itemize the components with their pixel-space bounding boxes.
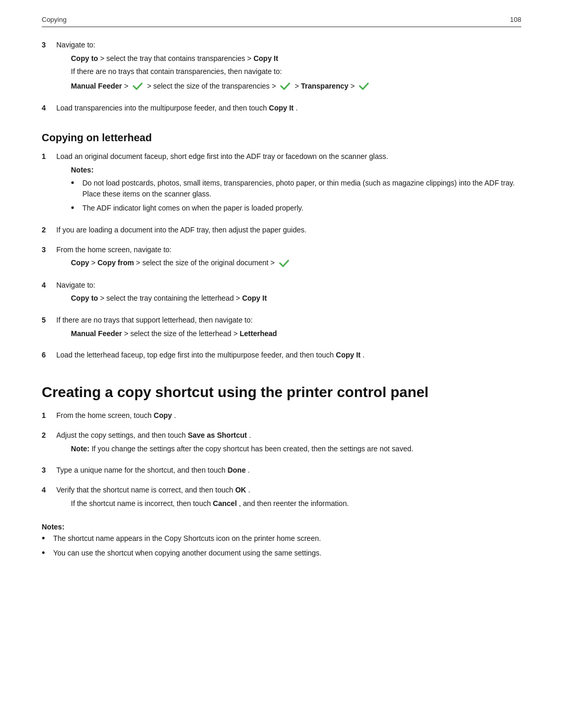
step-s4-content: Verify that the shortcut name is correct… (56, 485, 521, 513)
shortcut-step-3: 3 Type a unique name for the shortcut, a… (42, 465, 521, 478)
transparency-label: Transparency (301, 82, 348, 90)
copy-to-letterhead-block: Copy to > select the tray containing the… (71, 293, 521, 304)
final-notes: Notes: • The shortcut name appears in th… (42, 523, 521, 559)
shortcut-step-2: 2 Adjust the copy settings, and then tou… (42, 430, 521, 459)
bullet-item-final-1: • The shortcut name appears in the Copy … (42, 533, 521, 545)
final-bullets: • The shortcut name appears in the Copy … (42, 533, 521, 559)
bullet-dot-final: • (42, 533, 51, 545)
shortcut-step-4: 4 Verify that the shortcut name is corre… (42, 485, 521, 513)
step-num-s3: 3 (42, 465, 54, 476)
copy-bold: Copy (71, 258, 89, 267)
step-num-l3: 3 (42, 244, 54, 255)
letterhead-step-2: 2 If you are loading a document into the… (42, 225, 521, 238)
step-num-3: 3 (42, 40, 54, 51)
copy-to-bold-l4: Copy to (71, 294, 98, 302)
manual-feeder-letterhead-block: Manual Feeder > select the size of the l… (71, 328, 521, 340)
copy-to-line2: If there are no trays that contain trans… (71, 66, 521, 78)
note-label-s2: Note: (71, 445, 90, 453)
copy-to-block: Copy to > select the tray that contains … (71, 53, 521, 93)
notes-label-final: Notes: (42, 523, 521, 531)
copy-to-line1: Copy to > select the tray that contains … (71, 53, 521, 65)
step-l4-content: Navigate to: Copy to > select the tray c… (56, 280, 521, 309)
copy-it-bold: Copy It (253, 54, 278, 63)
step-num-4: 4 (42, 103, 54, 114)
copy-from-block: Copy > Copy from > select the size of th… (71, 257, 521, 269)
header-bar: Copying 108 (42, 16, 521, 27)
checkmark-icon-4 (278, 257, 290, 269)
notes-block-1: Notes: • Do not load postcards, photos, … (71, 165, 521, 214)
manual-feeder-bold: Manual Feeder (71, 82, 122, 90)
letterhead-bold-l5: Letterhead (240, 329, 277, 338)
navigate-to-label: Navigate to: (56, 40, 521, 51)
copy-it-step4: Copy It (269, 104, 293, 112)
copy-bold-s1: Copy (154, 411, 172, 419)
step-4-content: Load transparencies into the multipurpos… (56, 103, 521, 116)
manual-feeder-line: Manual Feeder > > select the size of the… (71, 81, 521, 92)
manual-feeder-bold-l5: Manual Feeder (71, 329, 122, 338)
step-num-l4: 4 (42, 280, 54, 291)
checkmark-icon-2 (279, 80, 291, 92)
letterhead-step-1: 1 Load an original document faceup, shor… (42, 151, 521, 218)
letterhead-steps: 1 Load an original document faceup, shor… (42, 151, 521, 363)
step-l3-content: From the home screen, navigate to: Copy … (56, 244, 521, 274)
step-s2-content: Adjust the copy settings, and then touch… (56, 430, 521, 459)
copy-it-bold-l6: Copy It (336, 351, 360, 359)
copy-to-bold: Copy to (71, 54, 98, 63)
checkmark-icon-1 (132, 80, 143, 92)
section-letterhead-title: Copying on letterhead (42, 132, 521, 144)
step-num-s4: 4 (42, 485, 54, 496)
ok-bold: OK (235, 486, 246, 494)
top-steps: 3 Navigate to: Copy to > select the tray… (42, 40, 521, 116)
notes-bullets-1: • Do not load postcards, photos, small i… (71, 178, 521, 214)
copy-from-bold: Copy from (97, 258, 134, 267)
step-l6-content: Load the letterhead faceup, top edge fir… (56, 350, 521, 363)
bullet-item: • The ADF indicator light comes on when … (71, 203, 521, 214)
letterhead-step-6: 6 Load the letterhead faceup, top edge f… (42, 350, 521, 363)
cancel-block: If the shortcut name is incorrect, then … (71, 498, 521, 510)
bullet-dot: • (71, 178, 80, 189)
step-4-load: 4 Load transparencies into the multipurp… (42, 103, 521, 116)
notes-label-1: Notes: (71, 165, 521, 176)
done-bold: Done (227, 466, 246, 474)
step-s3-content: Type a unique name for the shortcut, and… (56, 465, 521, 478)
step-num-l2: 2 (42, 225, 54, 236)
step-3-navigate: 3 Navigate to: Copy to > select the tray… (42, 40, 521, 96)
letterhead-step-5: 5 If there are no trays that support let… (42, 315, 521, 343)
header-section: Copying (42, 16, 67, 23)
bullet-dot: • (71, 203, 80, 214)
copy-it-bold-l4: Copy It (242, 294, 266, 302)
letterhead-step-4: 4 Navigate to: Copy to > select the tray… (42, 280, 521, 309)
step-l2-content: If you are loading a document into the A… (56, 225, 521, 238)
step-num-l5: 5 (42, 315, 54, 326)
page: Copying 108 3 Navigate to: Copy to > sel… (0, 0, 563, 728)
letterhead-step-3: 3 From the home screen, navigate to: Cop… (42, 244, 521, 274)
note-s2: Note: If you change the settings after t… (71, 443, 521, 455)
step-num-l1: 1 (42, 151, 54, 162)
step-3-content: Navigate to: Copy to > select the tray t… (56, 40, 521, 96)
shortcut-step-1: 1 From the home screen, touch Copy . (42, 410, 521, 424)
step-num-l6: 6 (42, 350, 54, 361)
bullet-dot-final: • (42, 548, 51, 559)
step-s1-content: From the home screen, touch Copy . (56, 410, 521, 424)
checkmark-icon-3 (358, 80, 370, 92)
save-as-shortcut-bold: Save as Shortcut (188, 431, 247, 439)
cancel-bold: Cancel (213, 499, 237, 508)
step-num-s1: 1 (42, 410, 54, 421)
step-num-s2: 2 (42, 430, 54, 441)
header-page: 108 (510, 16, 521, 23)
bullet-item-final-2: • You can use the shortcut when copying … (42, 548, 521, 559)
step-l5-content: If there are no trays that support lette… (56, 315, 521, 343)
bullet-item: • Do not load postcards, photos, small i… (71, 178, 521, 200)
section-shortcut-title: Creating a copy shortcut using the print… (42, 384, 521, 401)
step-l1-content: Load an original document faceup, short … (56, 151, 521, 218)
shortcut-steps: 1 From the home screen, touch Copy . 2 A… (42, 410, 521, 513)
